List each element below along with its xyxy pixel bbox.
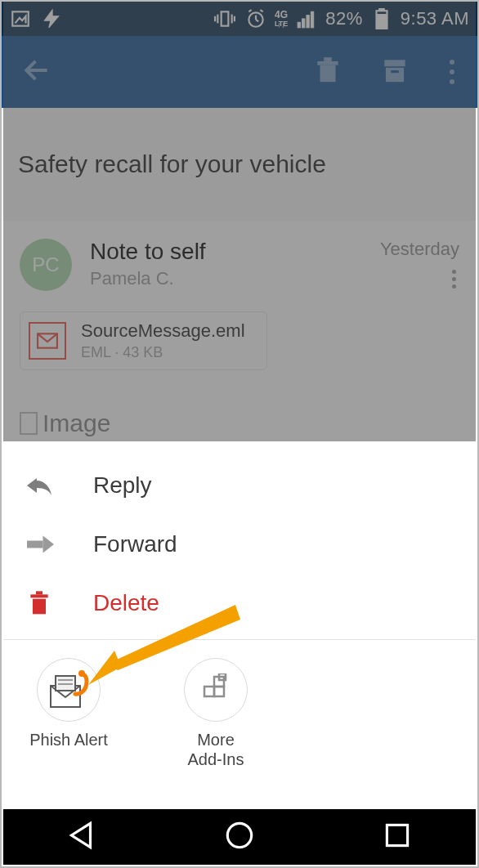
reply-label: Reply [93,472,152,499]
android-nav-bar [3,809,476,865]
triangle-back-icon [65,818,99,852]
svg-marker-42 [72,823,91,847]
forward-menu-item[interactable]: Forward [3,515,476,574]
svg-point-35 [78,670,85,677]
svg-point-43 [227,823,251,847]
trash-icon [25,590,54,616]
svg-rect-30 [36,591,43,594]
action-bottom-sheet: Reply Forward Delete [3,441,476,809]
svg-rect-36 [204,687,214,696]
svg-rect-26 [27,541,43,548]
reply-menu-item[interactable]: Reply [3,456,476,515]
addins-grid-icon [184,658,248,722]
svg-marker-27 [43,536,55,553]
android-recent-button[interactable] [380,818,414,856]
svg-rect-28 [33,599,46,615]
android-home-button[interactable] [222,818,257,856]
delete-menu-item[interactable]: Delete [3,574,476,633]
modal-scrim[interactable] [3,2,476,441]
svg-rect-44 [387,825,407,845]
delete-label: Delete [93,590,159,616]
svg-rect-29 [30,594,47,597]
phish-alert-label: Phish Alert [29,730,108,749]
phish-alert-addin[interactable]: Phish Alert [20,658,118,769]
circle-home-icon [222,818,257,852]
android-back-button[interactable] [65,818,99,856]
forward-label: Forward [93,531,177,557]
phish-alert-icon [37,658,101,722]
more-addins-button[interactable]: More Add-Ins [167,658,265,769]
svg-rect-37 [214,687,224,696]
more-addins-label: More Add-Ins [188,730,244,769]
square-recent-icon [380,818,414,852]
reply-icon [25,472,54,499]
forward-arrow-icon [25,531,54,557]
